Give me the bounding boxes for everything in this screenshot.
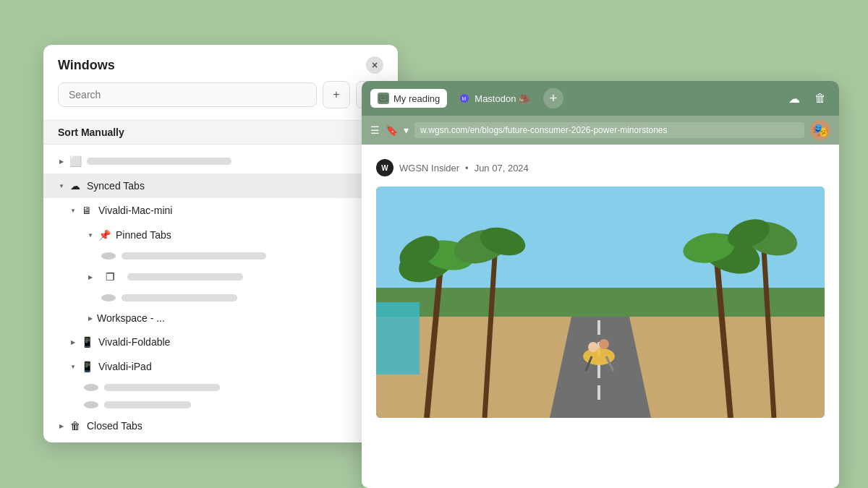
synced-tabs-label: Synced Tabs — [87, 180, 365, 192]
vivaldi-mac-mini-row[interactable]: 🖥 Vivaldi-Mac-mini 12 — [43, 198, 398, 223]
mac-mini-label: Vivaldi-Mac-mini — [98, 205, 365, 216]
ipad-item-1-row[interactable] — [43, 379, 398, 396]
reading-tab-icon — [378, 93, 389, 104]
tab-group-item-row[interactable] — [43, 289, 398, 307]
sync-tab-icon[interactable]: ☁ — [784, 88, 804, 108]
sidebar-header: Windows × + ⊡ — [43, 45, 398, 121]
chevron-right-icon — [55, 419, 68, 432]
pinned-tabs-label: Pinned Tabs — [116, 229, 370, 241]
tree-container: ⬜ 4 ☁ Synced Tabs 17 🖥 Vivaldi-Mac-mini … — [43, 145, 398, 442]
nav-icons: ☰ 🔖 ▾ — [370, 124, 409, 136]
mastodon-tab-label: Mastodon 🦣 — [475, 93, 530, 104]
placeholder-bar — [87, 158, 231, 165]
vivaldi-ipad-row[interactable]: 📱 Vivaldi-iPad 2 — [43, 354, 398, 379]
search-input[interactable] — [58, 82, 317, 107]
tab-group-icon: ❐ — [103, 270, 117, 284]
bookmark-icon[interactable]: 🔖 — [386, 124, 398, 136]
avatar: 🎭 — [810, 120, 830, 140]
svg-rect-11 — [597, 364, 600, 378]
ipad-label: Vivaldi-iPad — [98, 361, 370, 372]
tab-group-placeholder — [127, 273, 243, 281]
article-meta: W WGSN Insider • Jun 07, 2024 — [376, 159, 825, 176]
tab-group-row[interactable]: ❐ 3 — [43, 265, 398, 289]
windows-title: Windows — [58, 58, 115, 73]
chevron-down-icon — [67, 204, 80, 217]
chevron-right-icon — [55, 155, 68, 168]
new-tab-button[interactable]: + — [323, 81, 350, 108]
svg-rect-9 — [597, 320, 600, 335]
ipad-item-2-row[interactable] — [43, 396, 398, 414]
foldable-label: Vivaldi-Foldable — [98, 336, 370, 348]
tab-group: My reading M Mastodon 🦣 — [370, 89, 537, 108]
trash-tab-icon[interactable]: 🗑 — [810, 88, 830, 108]
browser-toolbar: My reading M Mastodon 🦣 + ☁ 🗑 — [362, 81, 839, 116]
add-tab-button[interactable]: + — [543, 88, 563, 108]
window-icon: ⬜ — [68, 154, 82, 168]
chevron-down-icon — [55, 179, 68, 192]
ipad-favicon-1 — [84, 384, 98, 391]
plus-icon: + — [333, 88, 339, 101]
sort-row[interactable]: Sort Manually — [43, 121, 398, 145]
browser-content: W WGSN Insider • Jun 07, 2024 — [362, 145, 839, 488]
address-bar[interactable] — [414, 122, 804, 138]
workspace-label: Workspace - ... — [97, 312, 370, 324]
article-date: Jun 07, 2024 — [475, 163, 529, 174]
article-dot-separator: • — [465, 163, 469, 174]
article-source-icon: W — [376, 159, 393, 176]
svg-point-29 — [599, 339, 609, 349]
browser-action-icons: 🎭 — [810, 120, 830, 140]
browser-addressbar: ☰ 🔖 ▾ 🎭 — [362, 116, 839, 145]
chevron-down-icon — [84, 228, 97, 241]
synced-tabs-row[interactable]: ☁ Synced Tabs 17 — [43, 174, 398, 198]
favicon-placeholder — [101, 252, 116, 260]
svg-rect-13 — [376, 302, 420, 374]
chevron-down-icon — [67, 360, 80, 373]
active-tab[interactable]: My reading — [370, 89, 447, 108]
sort-label: Sort Manually — [58, 127, 124, 138]
pinned-tabs-row[interactable]: 📌 Pinned Tabs 1 — [43, 223, 398, 247]
active-tab-label: My reading — [393, 93, 440, 104]
sync-icon: ☁ — [68, 179, 82, 193]
mastodon-tab-icon: M — [459, 93, 470, 104]
ipad-favicon-2 — [84, 401, 98, 408]
tablet-icon: 📱 — [80, 359, 94, 374]
svg-rect-12 — [597, 385, 600, 400]
workspace-row[interactable]: Workspace - ... 7 — [43, 307, 398, 330]
ipad-title-1 — [104, 384, 220, 391]
phone-icon: 📱 — [80, 335, 94, 349]
svg-text:M: M — [462, 96, 467, 101]
monitor-icon: 🖥 — [80, 203, 94, 218]
vivaldi-foldable-row[interactable]: 📱 Vivaldi-Foldable 3 — [43, 330, 398, 354]
article-source-label: WGSN Insider — [399, 163, 459, 174]
pinned-placeholder-row[interactable] — [43, 247, 398, 265]
trash-icon: 🗑 — [68, 419, 82, 433]
closed-tabs-row[interactable]: 🗑 Closed Tabs 13 — [43, 414, 398, 438]
dropdown-icon[interactable]: ▾ — [404, 124, 409, 136]
chevron-right-icon — [84, 312, 97, 325]
menu-icon[interactable]: ☰ — [370, 124, 380, 136]
svg-point-28 — [588, 342, 598, 352]
window-row[interactable]: ⬜ 4 — [43, 149, 398, 174]
ipad-title-2 — [104, 401, 191, 408]
chevron-right-icon — [84, 270, 97, 283]
sidebar-title-row: Windows × — [58, 56, 383, 74]
closed-tabs-label: Closed Tabs — [87, 420, 365, 432]
title-placeholder2 — [122, 294, 237, 301]
browser-window: My reading M Mastodon 🦣 + ☁ 🗑 ☰ 🔖 ▾ — [362, 81, 839, 488]
article-image — [376, 187, 825, 418]
mastodon-tab[interactable]: M Mastodon 🦣 — [451, 89, 537, 108]
favicon-placeholder2 — [101, 294, 116, 301]
close-button[interactable]: × — [366, 56, 383, 74]
close-icon: × — [372, 59, 378, 71]
windows-panel: Windows × + ⊡ Sort Manually ⬜ 4 — [43, 45, 398, 442]
pin-icon: 📌 — [97, 228, 111, 242]
search-row: + ⊡ — [58, 81, 383, 108]
chevron-right-icon — [67, 335, 80, 348]
title-placeholder — [122, 252, 266, 260]
